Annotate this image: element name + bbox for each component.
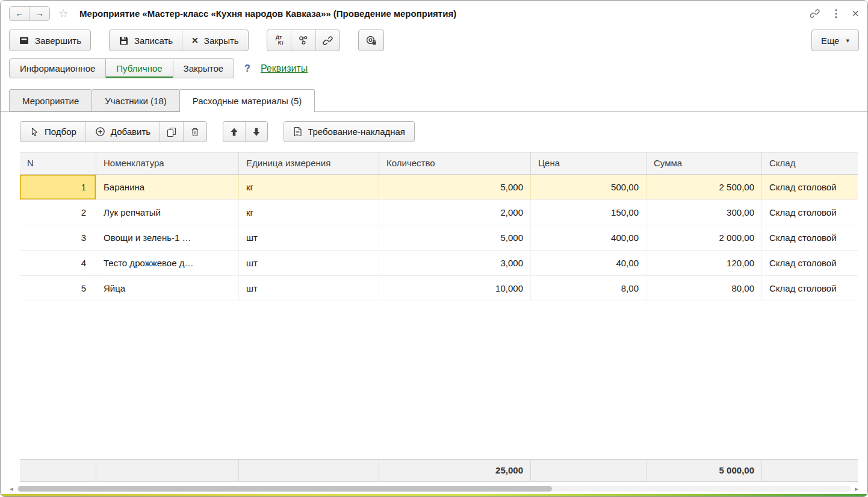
table-row[interactable]: 4 Тесто дрожжевое д… шт 3,000 40,00 120,… xyxy=(20,251,858,276)
scroll-left-button[interactable]: ◂ xyxy=(8,485,15,492)
cell-nomenclature[interactable]: Тесто дрожжевое д… xyxy=(96,251,239,275)
finish-label: Завершить xyxy=(35,36,81,46)
finish-button[interactable]: Завершить xyxy=(9,30,91,51)
cell-nomenclature[interactable]: Лук репчатый xyxy=(96,200,239,225)
back-button[interactable]: ← xyxy=(10,7,29,20)
scroll-thumb[interactable] xyxy=(18,486,552,492)
invoice-button[interactable]: Требование-накладная xyxy=(284,122,414,142)
window-close-icon[interactable]: × xyxy=(852,7,859,20)
save-close-group: Записать ✕ Закрыть xyxy=(109,30,249,51)
table-row[interactable]: 2 Лук репчатый кг 2,000 150,00 300,00 Ск… xyxy=(20,200,858,225)
cell-warehouse[interactable]: Склад столовой xyxy=(762,200,858,225)
pick-button[interactable]: Подбор xyxy=(20,122,85,142)
kebab-menu-icon[interactable]: ⋮ xyxy=(831,7,841,20)
cell-price[interactable]: 8,00 xyxy=(531,276,646,301)
tabs-bar: Мероприятие Участники (18) Расходные мат… xyxy=(1,89,867,111)
horizontal-scrollbar[interactable]: ◂ ▸ xyxy=(8,485,860,492)
cell-quantity[interactable]: 10,000 xyxy=(379,276,531,301)
pointer-icon xyxy=(29,127,39,137)
cell-line-number[interactable]: 2 xyxy=(20,200,96,225)
cell-sum[interactable]: 2 000,00 xyxy=(646,225,762,250)
cell-quantity[interactable]: 5,000 xyxy=(379,175,531,199)
move-down-button[interactable] xyxy=(245,122,267,142)
cell-quantity[interactable]: 3,000 xyxy=(379,251,531,275)
add-label: Добавить xyxy=(111,127,150,137)
segment-informational[interactable]: Информационное xyxy=(9,58,106,78)
cell-unit[interactable]: шт xyxy=(239,276,379,301)
segment-public[interactable]: Публичное xyxy=(105,58,173,78)
invoice-group: Требование-накладная xyxy=(284,121,415,142)
table-row[interactable]: 1 Баранина кг 5,000 500,00 2 500,00 Скла… xyxy=(20,175,858,200)
table-body: 1 Баранина кг 5,000 500,00 2 500,00 Скла… xyxy=(1,175,867,301)
scroll-track[interactable] xyxy=(17,486,851,492)
cell-unit[interactable]: шт xyxy=(239,225,379,250)
finish-icon xyxy=(19,35,29,46)
visibility-bar: Информационное Публичное Закрытое ? Рекв… xyxy=(1,57,867,82)
row-move-group xyxy=(223,121,268,142)
get-link-icon[interactable] xyxy=(810,8,820,19)
table-header: N Номенклатура Единица измерения Количес… xyxy=(20,152,858,175)
cell-sum[interactable]: 300,00 xyxy=(646,200,762,225)
copy-row-button[interactable] xyxy=(160,122,183,142)
add-row-button[interactable]: Добавить xyxy=(85,122,160,142)
plus-circle-icon xyxy=(95,127,105,137)
cell-warehouse[interactable]: Склад столовой xyxy=(762,225,858,250)
forward-button[interactable]: → xyxy=(29,7,49,20)
cell-quantity[interactable]: 5,000 xyxy=(379,225,531,250)
cell-unit[interactable]: кг xyxy=(239,200,379,225)
row-edit-group: Подбор Добавить xyxy=(20,121,207,142)
document-icon xyxy=(293,127,302,137)
cell-line-number[interactable]: 3 xyxy=(20,225,96,250)
cell-quantity[interactable]: 2,000 xyxy=(379,200,531,225)
table-row[interactable]: 5 Яйца шт 10,000 8,00 80,00 Склад столов… xyxy=(20,276,858,301)
cell-sum[interactable]: 80,00 xyxy=(646,276,762,301)
pick-label: Подбор xyxy=(45,127,76,137)
bottom-accent-strip xyxy=(1,494,867,496)
cell-price[interactable]: 500,00 xyxy=(531,175,646,199)
table-row[interactable]: 3 Овощи и зелень-1 … шт 5,000 400,00 2 0… xyxy=(20,225,858,251)
help-icon[interactable]: ? xyxy=(244,63,250,74)
favorite-star-icon[interactable]: ☆ xyxy=(58,7,69,20)
save-button[interactable]: Записать xyxy=(110,30,182,51)
close-x-icon: ✕ xyxy=(191,36,199,45)
dtkt-button[interactable]: Дт Кт xyxy=(267,30,291,51)
cell-warehouse[interactable]: Склад столовой xyxy=(762,251,858,275)
discussion-button[interactable] xyxy=(358,30,384,51)
cell-sum[interactable]: 2 500,00 xyxy=(646,175,762,199)
cell-line-number[interactable]: 4 xyxy=(20,251,96,275)
cell-nomenclature[interactable]: Овощи и зелень-1 … xyxy=(96,225,239,250)
more-button[interactable]: Еще ▾ xyxy=(811,30,859,51)
gears-icon xyxy=(298,35,309,46)
cell-sum[interactable]: 120,00 xyxy=(646,251,762,275)
cell-nomenclature[interactable]: Яйца xyxy=(96,276,239,301)
cell-price[interactable]: 150,00 xyxy=(531,200,646,225)
close-form-button[interactable]: ✕ Закрыть xyxy=(182,30,248,51)
cell-warehouse[interactable]: Склад столовой xyxy=(762,276,858,301)
tab-materials[interactable]: Расходные материалы (5) xyxy=(179,89,315,112)
link-button[interactable] xyxy=(315,30,339,51)
totals-row: 25,000 5 000,00 xyxy=(20,459,858,482)
cell-unit[interactable]: кг xyxy=(239,175,379,199)
delete-row-button[interactable] xyxy=(183,122,206,142)
segment-closed[interactable]: Закрытое xyxy=(173,58,234,78)
tab-event[interactable]: Мероприятие xyxy=(9,89,92,111)
scroll-right-button[interactable]: ▸ xyxy=(853,485,860,492)
cell-line-number[interactable]: 5 xyxy=(20,276,96,301)
cell-unit[interactable]: шт xyxy=(239,251,379,275)
cell-nomenclature[interactable]: Баранина xyxy=(96,175,239,199)
move-up-button[interactable] xyxy=(223,122,245,142)
app-window: ← → ☆ Мероприятие «Мастер-класс «Кухня н… xyxy=(0,0,868,497)
more-label: Еще xyxy=(821,36,840,46)
cell-price[interactable]: 40,00 xyxy=(531,251,646,275)
dtkt-bottom-label: Кт xyxy=(278,40,284,46)
cell-price[interactable]: 400,00 xyxy=(531,225,646,250)
cell-line-number[interactable]: 1 xyxy=(20,175,96,199)
requisites-link[interactable]: Реквизиты xyxy=(261,63,308,74)
visibility-segmented-control: Информационное Публичное Закрытое xyxy=(9,58,234,78)
chain-icon xyxy=(323,36,333,46)
total-sum: 5 000,00 xyxy=(646,460,762,481)
arrow-up-icon xyxy=(230,127,238,137)
cell-warehouse[interactable]: Склад столовой xyxy=(762,175,858,199)
tab-participants[interactable]: Участники (18) xyxy=(91,89,180,111)
business-process-button[interactable] xyxy=(291,30,315,51)
